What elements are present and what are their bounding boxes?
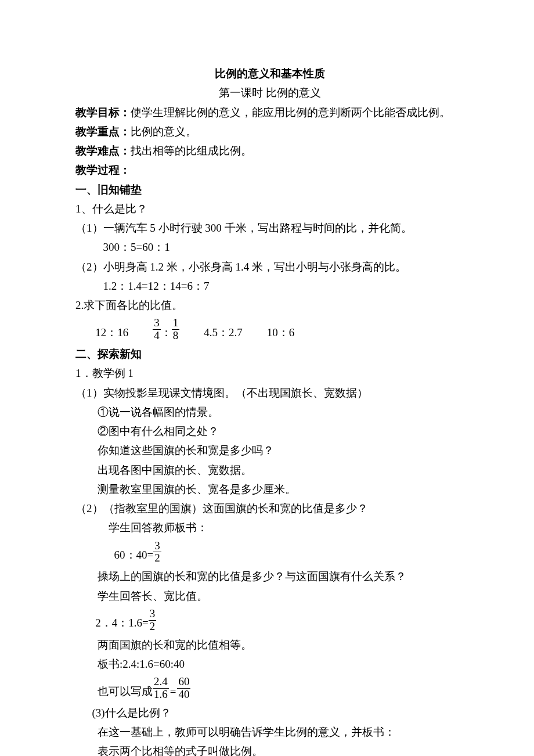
ratio-3: 4.5：2.7 <box>204 323 243 342</box>
frac-1-8: 1 8 <box>172 317 180 342</box>
s2-p1-1: （1）实物投影呈现课文情境图。（不出现国旗长、宽数据） <box>75 383 464 402</box>
s2-p1-2-e: 板书:2.4:1.6=60:40 <box>75 654 464 674</box>
s2-p1-3: (3)什么是比例？ <box>75 703 464 722</box>
s2-p1-3-b: 表示两个比相等的式子叫做比例。 <box>75 741 464 756</box>
s2-p1-1-b: ②图中有什么相同之处？ <box>75 422 464 441</box>
s2-p1-2: （2）（指教室里的国旗）这面国旗的长和宽的比值是多少？ <box>75 499 464 518</box>
section1-head: 一、旧知铺垫 <box>75 180 464 199</box>
s2-p1-3-a: 在这一基础上，教师可以明确告诉学生比例的意义，并板书： <box>75 722 464 741</box>
s1-q1-2-ans: 1.2：1.4=12：14=6：7 <box>75 276 464 296</box>
calc3-prefix: 也可以写成 <box>98 682 153 701</box>
process-label: 教学过程： <box>75 160 464 179</box>
calc1-prefix: 60：40= <box>114 545 154 564</box>
s2-p1: 1．教学例 1 <box>75 363 464 383</box>
goal-text: 使学生理解比例的意义，能应用比例的意判断两个比能否成比例。 <box>131 106 450 118</box>
s2-p1-1-e: 测量教室里国旗的长、宽各是多少厘米。 <box>75 480 464 499</box>
key-text: 比例的意义。 <box>131 125 197 138</box>
frac-3-4: 3 4 <box>153 317 161 342</box>
s2-p1-2-c: 学生回答长、宽比值。 <box>75 586 464 606</box>
ratio-line: 12：16 3 4 ： 1 8 4.5：2.7 10：6 <box>75 317 464 342</box>
ratio-2: 3 4 ： 1 8 <box>153 317 179 342</box>
s1-q1-1-ans: 300：5=60：1 <box>75 237 464 257</box>
s2-p1-2-b: 操场上的国旗的长和宽的比值是多少？与这面国旗有什么关系？ <box>75 567 464 586</box>
s2-p1-1-c: 你知道这些国旗的长和宽是多少吗？ <box>75 441 464 460</box>
s1-q1: 1、什么是比？ <box>75 199 464 218</box>
ratio-sep: ： <box>161 323 172 342</box>
hard-label: 教学难点： <box>75 145 131 157</box>
s2-p1-1-a: ①说一说各幅图的情景。 <box>75 402 464 422</box>
s1-q1-2: （2）小明身高 1.2 米，小张身高 1.4 米，写出小明与小张身高的比。 <box>75 257 464 276</box>
s2-p1-1-d: 出现各图中国旗的长、宽数据。 <box>75 460 464 480</box>
frac-60-40: 60 40 <box>177 676 190 701</box>
calc-1: 60：40= 3 2 <box>75 540 464 565</box>
hard-line: 教学难点：找出相等的比组成比例。 <box>75 141 464 160</box>
key-line: 教学重点：比例的意义。 <box>75 122 464 141</box>
hard-text: 找出相等的比组成比例。 <box>131 145 252 157</box>
frac-3-2-a: 3 2 <box>153 540 161 565</box>
calc-3: 也可以写成 2.4 1.6 = 60 40 <box>75 676 464 701</box>
ratio-4: 10：6 <box>267 323 295 342</box>
s1-q2: 2.求下面各比的比值。 <box>75 296 464 315</box>
section2-head: 二、探索新知 <box>75 344 464 363</box>
calc3-eq: = <box>169 682 178 701</box>
s2-p1-2-d: 两面国旗的长和宽的比值相等。 <box>75 635 464 654</box>
goal-line: 教学目标：使学生理解比例的意义，能应用比例的意判断两个比能否成比例。 <box>75 103 464 122</box>
calc2-prefix: 2．4：1.6= <box>95 613 148 632</box>
doc-subtitle: 第一课时 比例的意义 <box>75 83 464 102</box>
frac-24-16: 2.4 1.6 <box>153 676 169 701</box>
doc-title: 比例的意义和基本性质 <box>75 64 464 83</box>
goal-label: 教学目标： <box>75 106 131 118</box>
key-label: 教学重点： <box>75 125 131 138</box>
s2-p1-2-a: 学生回答教师板书： <box>75 518 464 537</box>
ratio-1: 12：16 <box>95 323 128 342</box>
calc-2: 2．4：1.6= 3 2 <box>75 608 464 633</box>
frac-3-2-b: 3 2 <box>149 608 157 633</box>
s1-q1-1: （1）一辆汽车 5 小时行驶 300 千米，写出路程与时间的比，并化简。 <box>75 218 464 237</box>
